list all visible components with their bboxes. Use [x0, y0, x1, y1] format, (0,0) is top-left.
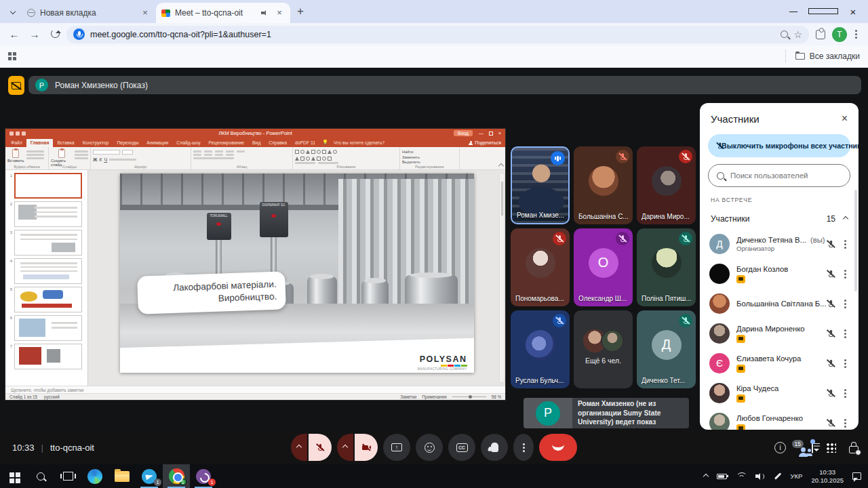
- shapes-gallery[interactable]: [295, 148, 338, 154]
- info-button[interactable]: i: [774, 442, 786, 453]
- mic-off-button[interactable]: [827, 329, 835, 338]
- mic-off-button[interactable]: [827, 389, 835, 398]
- comments-toggle[interactable]: Примечания: [422, 394, 446, 399]
- bookmark-star-icon[interactable]: ☆: [793, 29, 802, 40]
- tell-me-box[interactable]: Что вы хотите сделать?: [330, 139, 389, 147]
- mic-permission-icon[interactable]: [73, 28, 85, 40]
- ribbon-tab-design[interactable]: Конструктор: [79, 139, 113, 147]
- ribbon-tab-help[interactable]: Справка: [264, 139, 291, 147]
- more-options-icon[interactable]: [844, 422, 846, 424]
- camera-options-button[interactable]: [337, 434, 353, 461]
- chat-button[interactable]: [812, 441, 813, 453]
- url-bar[interactable]: meet.google.com/tto-qcna-oit?pli=1&authu…: [66, 26, 809, 43]
- slide-thumbnail[interactable]: 6: [7, 315, 85, 341]
- volume-icon[interactable]: [755, 472, 765, 481]
- tray-expand-icon[interactable]: [703, 473, 708, 479]
- tab-close-icon[interactable]: ×: [274, 7, 285, 18]
- action-center-icon[interactable]: [852, 472, 861, 480]
- more-options-icon[interactable]: [844, 333, 846, 335]
- search-input[interactable]: [730, 171, 832, 180]
- more-options-icon[interactable]: [844, 273, 846, 275]
- ribbon-tab-dopdf[interactable]: doPDF 11: [291, 139, 319, 147]
- taskbar-chrome[interactable]: 1: [163, 464, 190, 488]
- participants-group-header[interactable]: Участники 15: [700, 209, 859, 229]
- slide-thumbnail[interactable]: 1: [7, 173, 85, 199]
- task-view-button[interactable]: [54, 464, 81, 488]
- taskbar-telegram[interactable]: 1: [136, 464, 163, 488]
- forward-button[interactable]: →: [26, 28, 43, 40]
- slide-thumbnail[interactable]: 7: [7, 344, 85, 369]
- ribbon-tab-transitions[interactable]: Переходы: [113, 139, 142, 147]
- participant-tile[interactable]: Д Диченко Тет...: [637, 310, 696, 388]
- slide-editing-area[interactable]: TORUSMILL DISPERMAT SC: [88, 170, 505, 386]
- end-call-button[interactable]: [539, 434, 577, 461]
- paste-button[interactable]: Вставить: [7, 148, 24, 163]
- participant-tile[interactable]: О Олександр Ш...: [574, 228, 633, 306]
- browser-menu-icon[interactable]: [855, 33, 857, 35]
- slide-thumbnail[interactable]: 3: [7, 230, 85, 256]
- all-bookmarks[interactable]: Все закладки: [785, 49, 860, 63]
- tab-close-icon[interactable]: ×: [140, 7, 151, 18]
- participant-search[interactable]: [708, 164, 850, 187]
- notes-placeholder[interactable]: Щелкните, чтобы добавить заметки: [5, 386, 505, 393]
- taskbar-edge[interactable]: [81, 464, 108, 488]
- close-button[interactable]: ×: [838, 6, 868, 18]
- slide-scrollbar[interactable]: [499, 173, 505, 383]
- present-button[interactable]: ↑: [383, 434, 410, 461]
- activities-button[interactable]: [826, 443, 836, 453]
- underline-button[interactable]: Ч: [104, 157, 107, 162]
- language-indicator[interactable]: УКР: [791, 472, 803, 480]
- select-button[interactable]: Выделить: [402, 160, 420, 164]
- battery-icon[interactable]: [717, 474, 727, 479]
- overflow-tile[interactable]: Ещё 6 чел.: [574, 310, 633, 388]
- participant-tile[interactable]: Поліна Пятиш...: [637, 228, 696, 306]
- slide-thumbnail[interactable]: 2: [7, 201, 85, 227]
- share-button[interactable]: Поделиться: [469, 140, 504, 147]
- mic-options-button[interactable]: [291, 434, 307, 461]
- ribbon-tab-home[interactable]: Главная: [26, 139, 54, 147]
- ribbon-tab-view[interactable]: Вид: [248, 139, 264, 147]
- profile-avatar[interactable]: T: [832, 27, 847, 42]
- mic-off-button[interactable]: [827, 300, 835, 308]
- more-options-icon[interactable]: [844, 303, 846, 305]
- more-options-icon[interactable]: [844, 363, 846, 365]
- font-name-field[interactable]: [93, 150, 120, 155]
- participant-tile[interactable]: Дарина Миро...: [637, 146, 696, 224]
- participant-tile[interactable]: Пономарьова...: [511, 228, 570, 306]
- tab-audio-icon[interactable]: [261, 9, 269, 16]
- ribbon-tab-animations[interactable]: Анимации: [142, 139, 172, 147]
- ribbon-collapse-icon[interactable]: [498, 163, 504, 169]
- ppt-restore-button[interactable]: [489, 131, 493, 136]
- ribbon-tab-file[interactable]: Файл: [7, 139, 26, 147]
- start-button[interactable]: [0, 464, 27, 488]
- reload-button[interactable]: [46, 28, 64, 40]
- presentation-off-chip[interactable]: [8, 76, 24, 95]
- browser-tab-newtab[interactable]: Новая вкладка ×: [22, 4, 156, 22]
- apps-grid-icon[interactable]: [8, 52, 16, 60]
- pen-icon[interactable]: [774, 472, 781, 479]
- mic-off-button[interactable]: [827, 359, 835, 368]
- italic-button[interactable]: К: [99, 157, 102, 162]
- camera-toggle-button[interactable]: [355, 434, 378, 461]
- panel-scrollbar[interactable]: [854, 190, 857, 291]
- zoom-icon[interactable]: [781, 30, 788, 38]
- participant-tile[interactable]: Большаніна С...: [574, 146, 633, 224]
- taskbar-search[interactable]: [27, 464, 54, 488]
- ribbon-tab-review[interactable]: Рецензирование: [205, 139, 248, 147]
- ribbon-tab-insert[interactable]: Вставка: [53, 139, 78, 147]
- ppt-minimize-button[interactable]: —: [479, 131, 484, 136]
- mic-toggle-button[interactable]: [309, 434, 332, 461]
- maximize-button[interactable]: [808, 7, 838, 16]
- mic-off-button[interactable]: [827, 240, 835, 249]
- new-slide-button[interactable]: Создать слайд: [51, 148, 73, 167]
- mute-all-button[interactable]: Выключить микрофоны всех участников: [708, 134, 850, 157]
- browser-tab-meet[interactable]: Meet – tto-qcna-oit ×: [156, 3, 290, 23]
- participant-tile[interactable]: Руслан Бульч...: [511, 310, 570, 388]
- taskbar-viber[interactable]: 1: [190, 464, 217, 488]
- extensions-icon[interactable]: [816, 30, 825, 39]
- more-options-button[interactable]: [513, 434, 534, 461]
- tab-search-button[interactable]: [4, 3, 22, 20]
- mic-off-button[interactable]: [827, 419, 835, 428]
- participant-tile[interactable]: Роман Хмизе...: [511, 146, 570, 224]
- new-tab-button[interactable]: +: [297, 5, 304, 18]
